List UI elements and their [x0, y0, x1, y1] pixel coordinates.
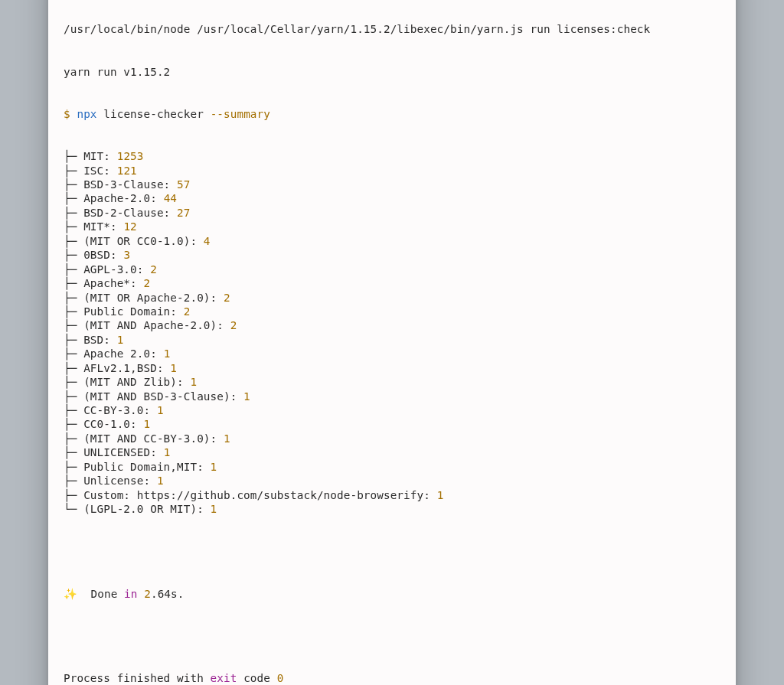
license-count: 44: [164, 192, 177, 204]
tree-prefix: ├─: [64, 362, 83, 374]
license-row: ├─ Apache 2.0: 1: [64, 347, 720, 360]
tree-prefix: ├─: [64, 165, 83, 177]
license-row: ├─ BSD: 1: [64, 333, 720, 347]
license-row: ├─ Apache*: 2: [64, 276, 720, 290]
exit-keyword: exit: [211, 672, 237, 684]
license-name: (MIT OR CC0-1.0):: [83, 235, 204, 247]
license-row: ├─ (MIT AND Apache-2.0): 2: [64, 318, 720, 332]
license-count: 1: [243, 390, 250, 403]
license-count: 27: [177, 207, 190, 219]
license-count: 1: [211, 461, 217, 473]
command-tool: license-checker: [103, 108, 204, 120]
tree-prefix: ├─: [64, 446, 83, 458]
tree-prefix: ├─: [64, 263, 83, 276]
exit-mid: code: [237, 672, 276, 684]
tree-prefix: ├─: [64, 418, 83, 430]
license-count: 1: [117, 334, 124, 346]
license-count: 4: [204, 235, 211, 247]
tree-prefix: ├─: [64, 432, 83, 445]
license-name: (MIT AND BSD-3-Clause):: [83, 390, 243, 403]
tree-prefix: ├─: [64, 319, 83, 331]
license-name: (MIT AND CC-BY-3.0):: [83, 432, 224, 445]
blank-line: [64, 544, 720, 558]
tree-prefix: ├─: [64, 489, 83, 501]
license-name: Apache*:: [83, 277, 143, 289]
license-name: Public Domain,MIT:: [83, 461, 210, 473]
license-row: └─ (LGPL-2.0 OR MIT): 1: [64, 502, 720, 516]
license-row: ├─ (MIT AND BSD-3-Clause): 1: [64, 390, 720, 403]
license-name: (MIT AND Apache-2.0):: [83, 319, 230, 331]
license-row: ├─ BSD-3-Clause: 57: [64, 178, 720, 191]
license-name: BSD:: [83, 334, 117, 346]
license-name: AGPL-3.0:: [83, 263, 150, 276]
license-name: CC0-1.0:: [83, 418, 143, 430]
terminal-window: /usr/local/bin/node /usr/local/Cellar/ya…: [48, 0, 736, 685]
license-count: 1: [144, 418, 151, 430]
exit-code: 0: [277, 672, 284, 684]
command-bin: npx: [77, 108, 96, 120]
license-name: AFLv2.1,BSD:: [83, 362, 170, 374]
license-name: Apache-2.0:: [83, 192, 164, 204]
license-row: ├─ Custom: https://github.com/substack/n…: [64, 488, 720, 502]
license-count: 1: [170, 362, 177, 374]
tree-prefix: ├─: [64, 249, 83, 261]
license-name: MIT*:: [83, 220, 123, 233]
license-count: 2: [224, 292, 230, 304]
license-name: UNLICENSED:: [83, 446, 164, 458]
command-line: $ npx license-checker --summary: [64, 107, 720, 121]
license-count: 12: [123, 220, 136, 233]
license-row: ├─ (MIT OR CC0-1.0): 4: [64, 234, 720, 248]
license-row: ├─ (MIT AND CC-BY-3.0): 1: [64, 432, 720, 445]
license-row: ├─ AGPL-3.0: 2: [64, 263, 720, 276]
license-name: Custom: https://github.com/substack/node…: [83, 489, 437, 501]
license-row: ├─ BSD-2-Clause: 27: [64, 206, 720, 220]
license-row: ├─ 0BSD: 3: [64, 248, 720, 262]
license-row: ├─ (MIT OR Apache-2.0): 2: [64, 291, 720, 305]
tree-prefix: ├─: [64, 390, 83, 403]
tree-prefix: ├─: [64, 207, 83, 219]
license-name: BSD-2-Clause:: [83, 207, 177, 219]
license-name: BSD-3-Clause:: [83, 178, 177, 191]
invocation-line: /usr/local/bin/node /usr/local/Cellar/ya…: [64, 22, 720, 36]
tree-prefix: ├─: [64, 150, 83, 162]
license-count: 1253: [117, 150, 144, 162]
license-name: (MIT AND Zlib):: [83, 376, 190, 388]
license-count: 3: [123, 249, 130, 261]
license-count: 1: [164, 446, 171, 458]
license-name: (MIT OR Apache-2.0):: [83, 292, 224, 304]
tree-prefix: ├─: [64, 192, 83, 204]
license-count: 1: [437, 489, 444, 501]
license-count: 2: [150, 263, 157, 276]
done-word: Done: [91, 588, 118, 600]
license-count: 2: [230, 319, 237, 331]
done-time-seconds: 2: [144, 588, 151, 600]
license-row: ├─ (MIT AND Zlib): 1: [64, 375, 720, 389]
tree-prefix: ├─: [64, 305, 83, 318]
license-name: Apache 2.0:: [83, 347, 164, 360]
prompt-symbol: $: [64, 108, 70, 120]
tree-prefix: ├─: [64, 178, 83, 191]
tree-prefix: ├─: [64, 461, 83, 473]
command-flag: --summary: [211, 108, 270, 120]
license-count: 2: [184, 305, 191, 318]
license-count: 2: [144, 277, 151, 289]
blank-line: [64, 629, 720, 643]
license-count: 121: [117, 165, 137, 177]
license-name: MIT:: [83, 150, 117, 162]
license-name: ISC:: [83, 165, 117, 177]
license-row: ├─ Apache-2.0: 44: [64, 191, 720, 205]
exit-line: Process finished with exit code 0: [64, 671, 720, 685]
license-row: ├─ AFLv2.1,BSD: 1: [64, 361, 720, 375]
tree-prefix: ├─: [64, 376, 83, 388]
license-row: ├─ CC-BY-3.0: 1: [64, 403, 720, 417]
license-count: 1: [164, 347, 171, 360]
exit-prefix: Process finished with: [64, 672, 211, 684]
terminal-output: /usr/local/bin/node /usr/local/Cellar/ya…: [64, 0, 720, 685]
license-name: (LGPL-2.0 OR MIT):: [83, 503, 210, 515]
license-count: 1: [157, 475, 164, 487]
license-name: CC-BY-3.0:: [83, 404, 157, 416]
license-row: ├─ MIT: 1253: [64, 149, 720, 163]
license-count: 1: [157, 404, 164, 416]
tree-prefix: ├─: [64, 292, 83, 304]
license-name: 0BSD:: [83, 249, 123, 261]
